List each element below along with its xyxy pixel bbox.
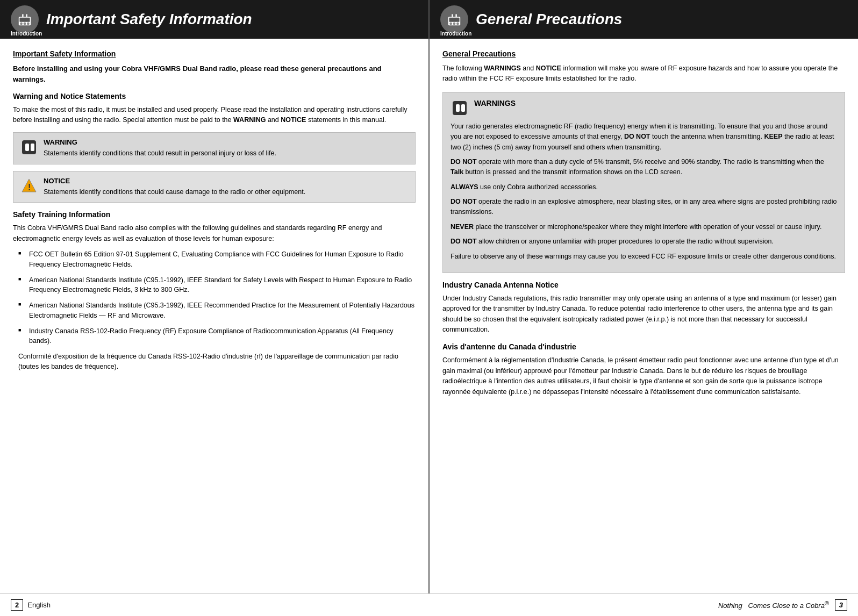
right-header-title: General Precautions: [476, 11, 622, 28]
warning-box-content: WARNING Statements identify conditions t…: [44, 138, 276, 159]
footer-left: 2 English: [0, 594, 429, 616]
notice-box-content: NOTICE Statements identify conditions th…: [44, 177, 305, 197]
svg-rect-5: [22, 14, 23, 17]
left-header-band: Introduction Important Safety Informatio…: [0, 0, 428, 39]
list-item: FCC OET Bulletin 65 Edition 97-01 Supple…: [18, 249, 416, 270]
svg-rect-1: [19, 18, 30, 22]
svg-rect-8: [25, 144, 29, 151]
footer-tagline: Nothing Comes Close to a Cobra®: [718, 600, 829, 610]
svg-point-14: [449, 23, 452, 25]
radio-icon-right: [446, 11, 463, 28]
left-intro-bold: Before installing and using your Cobra V…: [13, 63, 416, 84]
svg-rect-18: [455, 14, 456, 17]
right-header-icon: [440, 5, 468, 33]
right-section-title: General Precautions: [442, 49, 845, 58]
footer-nothing: Nothing: [718, 602, 742, 610]
industry-canada-title: Industry Canada Antenna Notice: [442, 281, 845, 289]
warning-icon: [20, 138, 38, 156]
svg-point-2: [20, 23, 23, 25]
warnings-para-3: DO NOT operate the radio in an explosive…: [451, 197, 837, 218]
notice-box-body: Statements identify conditions that coul…: [44, 187, 305, 197]
svg-rect-20: [456, 104, 460, 112]
safety-training-intro: This Cobra VHF/GMRS Dual Band radio also…: [13, 223, 416, 244]
warning-box-title: WARNING: [44, 138, 276, 146]
svg-text:!: !: [28, 183, 31, 192]
svg-rect-17: [452, 14, 453, 17]
list-item: American National Standards Institute (C…: [18, 300, 416, 321]
footer-english-label: English: [27, 601, 51, 609]
warning-box-body: Statements identify conditions that coul…: [44, 148, 276, 159]
warnings-box-title: WARNINGS: [474, 99, 516, 108]
warnings-para-5: DO NOT allow children or anyone unfamili…: [451, 237, 837, 247]
safety-training-title: Safety Training Information: [13, 210, 416, 219]
svg-rect-6: [26, 14, 27, 17]
warnings-icon: [451, 99, 469, 117]
notice-icon: !: [20, 177, 38, 195]
svg-rect-9: [31, 144, 34, 151]
warning-box: WARNING Statements identify conditions t…: [13, 132, 416, 164]
right-header-band: Introduction General Precautions: [430, 0, 858, 39]
svg-rect-13: [449, 18, 459, 22]
industry-canada-body: Under Industry Canada regulations, this …: [442, 293, 845, 335]
svg-rect-21: [461, 104, 465, 112]
left-intro-label: Introduction: [11, 31, 42, 37]
warnings-para-1: DO NOT operate with more than a duty cyc…: [451, 157, 837, 178]
svg-point-4: [27, 23, 30, 25]
right-page-number: 3: [835, 599, 847, 611]
svg-point-15: [453, 23, 456, 25]
warnings-section-box: WARNINGS Your radio generates electromag…: [442, 92, 845, 273]
notice-box-title: NOTICE: [44, 177, 305, 185]
svg-point-3: [24, 23, 26, 25]
avis-body: Conformément à la réglementation d'Indus…: [442, 355, 845, 397]
list-item: Industry Canada RSS-102-Radio Frequency …: [18, 326, 416, 347]
warning-notice-body: To make the most of this radio, it must …: [13, 105, 416, 126]
svg-point-16: [456, 23, 459, 25]
footer-right: Nothing Comes Close to a Cobra® 3: [429, 594, 858, 616]
left-page-number: 2: [11, 599, 23, 611]
list-item: American National Standards Institute (C…: [18, 275, 416, 296]
radio-icon: [16, 11, 33, 28]
left-header-icon: [11, 5, 39, 33]
right-intro: The following WARNINGS and NOTICE inform…: [442, 63, 845, 84]
footer-reg-mark: ®: [825, 600, 829, 606]
footer-comes-close: Comes Close to a Cobra: [748, 602, 825, 610]
page-footer: 2 English Nothing Comes Close to a Cobra…: [0, 593, 858, 616]
warnings-para-4: NEVER place the transceiver or microphon…: [451, 222, 837, 232]
right-intro-label: Introduction: [440, 31, 471, 37]
safety-training-list: FCC OET Bulletin 65 Edition 97-01 Supple…: [18, 249, 416, 346]
warnings-para-2: ALWAYS use only Cobra authorized accesso…: [451, 182, 837, 192]
warnings-para-6: Failure to observe any of these warnings…: [451, 252, 837, 262]
left-header-title: Important Safety Information: [46, 11, 252, 28]
right-content-area: General Precautions The following WARNIN…: [430, 39, 858, 593]
left-content-area: Important Safety Information Before inst…: [0, 39, 428, 593]
italic-note: Conformité d'exposition de la fréquence …: [18, 352, 416, 373]
warnings-para-0: Your radio generates electromagnetic RF …: [451, 121, 837, 153]
left-section-title: Important Safety Information: [13, 49, 416, 58]
notice-box: ! NOTICE Statements identify conditions …: [13, 171, 416, 203]
avis-title: Avis d'antenne du Canada d'industrie: [442, 342, 845, 351]
warning-notice-subsection: Warning and Notice Statements: [13, 92, 416, 101]
